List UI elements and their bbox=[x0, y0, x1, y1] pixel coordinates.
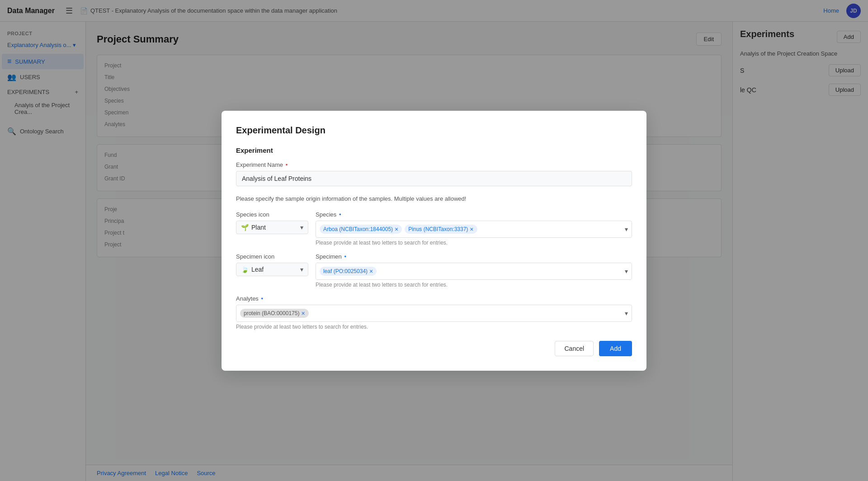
info-text: Please specify the sample origin informa… bbox=[236, 195, 632, 202]
species-form-row: Species icon 🌱 Plant ▾ Species • Arboa (… bbox=[236, 211, 632, 246]
specimen-form-row: Specimen icon 🍃 Leaf ▾ Specimen • leaf (… bbox=[236, 253, 632, 288]
modal-title: Experimental Design bbox=[236, 125, 632, 136]
specimen-tag-leaf-remove[interactable]: × bbox=[369, 268, 373, 274]
species-dropdown-arrow: ▾ bbox=[625, 226, 628, 233]
analytes-tag-protein-remove[interactable]: × bbox=[301, 310, 305, 316]
species-tag-pinus-remove[interactable]: × bbox=[470, 226, 473, 232]
modal-section-label: Experiment bbox=[236, 146, 632, 154]
specimen-icon-value: Leaf bbox=[251, 266, 264, 273]
species-icon-select[interactable]: 🌱 Plant ▾ bbox=[236, 221, 308, 234]
experimental-design-modal: Experimental Design Experiment Experimen… bbox=[222, 111, 646, 371]
experiment-name-label: Experiment Name • bbox=[236, 161, 632, 168]
specimen-hint: Please provide at least two letters to s… bbox=[316, 282, 632, 288]
species-tag-arboa-remove[interactable]: × bbox=[395, 226, 398, 232]
experiment-name-required: • bbox=[286, 161, 288, 168]
species-tag-pinus-label: Pinus (NCBITaxon:3337) bbox=[408, 226, 468, 232]
specimen-col: Specimen • leaf (PO:0025034) × ▾ Please … bbox=[316, 253, 632, 288]
specimen-icon-chevron: ▾ bbox=[300, 266, 303, 273]
species-icon-chevron: ▾ bbox=[300, 224, 303, 231]
specimen-dropdown-arrow: ▾ bbox=[625, 268, 628, 275]
analytes-tag-protein: protein (BAO:0000175) × bbox=[240, 309, 309, 318]
specimen-label: Specimen • bbox=[316, 253, 632, 260]
specimen-icon-label: Specimen icon bbox=[236, 253, 308, 260]
analytes-label: Analytes • bbox=[236, 295, 632, 302]
analytes-field: Analytes • protein (BAO:0000175) × ▾ Ple… bbox=[236, 295, 632, 330]
leaf-emoji: 🍃 bbox=[241, 266, 249, 273]
species-tag-arboa-label: Arboa (NCBITaxon:1844005) bbox=[323, 226, 393, 232]
specimen-required: • bbox=[344, 253, 346, 260]
modal-footer: Cancel Add bbox=[236, 341, 632, 356]
species-tag-pinus: Pinus (NCBITaxon:3337) × bbox=[405, 225, 477, 234]
modal-overlay[interactable]: Experimental Design Experiment Experimen… bbox=[0, 0, 868, 481]
analytes-dropdown-arrow: ▾ bbox=[625, 310, 628, 317]
species-icon-col: Species icon 🌱 Plant ▾ bbox=[236, 211, 308, 234]
cancel-button[interactable]: Cancel bbox=[555, 341, 594, 356]
species-required: • bbox=[339, 211, 341, 218]
experiment-name-input[interactable] bbox=[236, 171, 632, 186]
analytes-hint: Please provide at least two letters to s… bbox=[236, 324, 632, 330]
specimen-icon-col: Specimen icon 🍃 Leaf ▾ bbox=[236, 253, 308, 276]
specimen-tag-leaf-label: leaf (PO:0025034) bbox=[323, 268, 368, 274]
species-col: Species • Arboa (NCBITaxon:1844005) × Pi… bbox=[316, 211, 632, 246]
experiment-name-field: Experiment Name • bbox=[236, 161, 632, 186]
species-icon-label: Species icon bbox=[236, 211, 308, 218]
analytes-tag-container[interactable]: protein (BAO:0000175) × ▾ bbox=[236, 305, 632, 322]
species-label: Species • bbox=[316, 211, 632, 218]
species-tag-arboa: Arboa (NCBITaxon:1844005) × bbox=[320, 225, 402, 234]
add-button[interactable]: Add bbox=[599, 341, 632, 356]
species-tag-container[interactable]: Arboa (NCBITaxon:1844005) × Pinus (NCBIT… bbox=[316, 221, 632, 238]
specimen-tag-leaf: leaf (PO:0025034) × bbox=[320, 267, 377, 276]
specimen-tag-container[interactable]: leaf (PO:0025034) × ▾ bbox=[316, 263, 632, 280]
specimen-icon-select[interactable]: 🍃 Leaf ▾ bbox=[236, 263, 308, 276]
analytes-required: • bbox=[261, 295, 264, 302]
plant-emoji: 🌱 bbox=[241, 224, 249, 231]
species-hint: Please provide at least two letters to s… bbox=[316, 240, 632, 246]
species-icon-value: Plant bbox=[251, 224, 266, 231]
analytes-tag-protein-label: protein (BAO:0000175) bbox=[244, 310, 299, 316]
